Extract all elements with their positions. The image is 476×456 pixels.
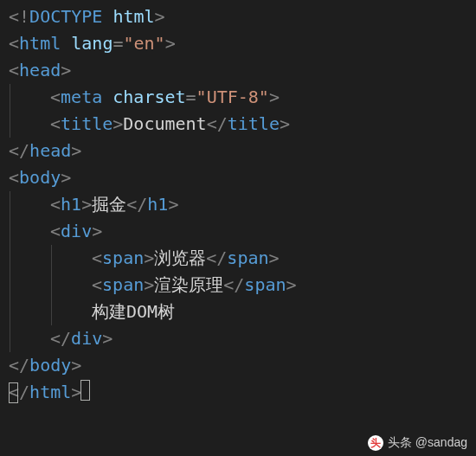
watermark: 头 头条 @sandag — [368, 435, 467, 451]
cursor — [9, 382, 18, 403]
code-line[interactable]: </html> — [0, 379, 476, 406]
code-line[interactable]: </head> — [0, 138, 476, 164]
code-line[interactable]: 构建DOM树 — [0, 299, 476, 325]
code-line[interactable]: </div> — [0, 325, 476, 352]
token-punct: > — [71, 355, 81, 376]
code-line[interactable]: <head> — [0, 57, 476, 84]
token-text: 渲染原理 — [154, 274, 223, 295]
token-tag: meta — [61, 87, 102, 107]
token-punct: > — [113, 113, 123, 134]
token-tag: html — [19, 33, 61, 54]
toutiao-logo-icon: 头 — [368, 435, 383, 451]
token-punct: > — [144, 274, 154, 295]
line-content: <head> — [9, 60, 71, 80]
code-line[interactable]: <span>浏览器</span> — [0, 245, 476, 272]
token-text: 掘金 — [92, 194, 126, 215]
line-content: <!DOCTYPE html> — [9, 6, 165, 27]
code-line[interactable]: <body> — [0, 164, 476, 191]
line-content: <div> — [9, 221, 102, 241]
token-punct: > — [269, 247, 280, 268]
code-line[interactable]: <span>渲染原理</span> — [0, 272, 476, 299]
code-line[interactable]: <!DOCTYPE html> — [0, 3, 476, 30]
token-tag: body — [29, 355, 71, 376]
token-tag: span — [102, 247, 144, 268]
code-line[interactable]: </body> — [0, 352, 476, 379]
token-text — [102, 6, 113, 27]
indent-guide — [51, 299, 52, 325]
token-punct: > — [92, 221, 102, 241]
indent-guide — [10, 218, 10, 245]
line-content: <html lang="en"> — [9, 33, 176, 54]
line-content: <meta charset="UTF-8"> — [9, 87, 280, 107]
token-punct: </ — [9, 355, 29, 376]
token-punct: < — [9, 33, 19, 54]
token-punct: > — [144, 247, 154, 268]
code-line[interactable]: <meta charset="UTF-8"> — [0, 84, 476, 111]
token-punct: > — [155, 6, 165, 27]
cursor — [80, 380, 90, 401]
indent-guide — [10, 84, 10, 111]
token-tag: span — [102, 274, 144, 295]
indent-guide — [10, 272, 10, 299]
token-punct: </ — [206, 247, 227, 268]
token-punct: > — [168, 194, 178, 215]
token-punct: > — [71, 140, 81, 161]
token-punct: <! — [9, 6, 29, 27]
token-punct: = — [113, 33, 123, 54]
token-tag: body — [19, 167, 61, 188]
code-line[interactable]: <title>Document</title> — [0, 111, 476, 138]
token-tag: div — [71, 328, 102, 349]
indent-guide — [10, 299, 10, 325]
token-punct: < — [92, 247, 102, 268]
token-punct: </ — [9, 140, 29, 161]
token-tag: span — [227, 247, 268, 268]
token-attr-value: "en" — [123, 33, 164, 54]
indent-guide — [51, 272, 52, 299]
token-punct: > — [269, 87, 280, 107]
watermark-text: 头条 @sandag — [388, 435, 467, 451]
token-text: 浏览器 — [154, 247, 206, 268]
line-content: <h1>掘金</h1> — [9, 194, 178, 215]
code-line[interactable]: <h1>掘金</h1> — [0, 191, 476, 218]
token-attr-name: charset — [113, 87, 185, 107]
code-line[interactable]: <html lang="en"> — [0, 30, 476, 57]
token-punct: < — [50, 221, 61, 241]
token-punct: > — [102, 328, 113, 349]
token-tag: h1 — [61, 194, 81, 215]
token-punct: < — [50, 113, 61, 134]
code-editor[interactable]: <!DOCTYPE html><html lang="en"><head><me… — [0, 0, 476, 409]
token-text: Document — [123, 113, 206, 134]
token-punct: > — [61, 60, 71, 80]
token-punct: > — [280, 113, 290, 134]
token-text — [61, 33, 71, 54]
token-punct: </ — [207, 113, 228, 134]
token-attr-value: "UTF-8" — [196, 87, 269, 107]
line-content: </body> — [9, 355, 81, 376]
line-content: 构建DOM树 — [9, 301, 175, 322]
token-tag: div — [61, 221, 92, 241]
token-punct: < — [9, 60, 19, 80]
line-content: <title>Document</title> — [9, 113, 290, 134]
indent-guide — [10, 111, 10, 138]
token-attr-name: html — [113, 6, 154, 27]
token-text: 构建DOM树 — [92, 301, 175, 322]
token-text — [102, 87, 113, 107]
token-punct: < — [9, 167, 19, 188]
token-punct: > — [61, 167, 71, 188]
token-punct: > — [286, 274, 297, 295]
code-line[interactable]: <div> — [0, 218, 476, 245]
indent-guide — [51, 245, 52, 272]
indent-guide — [10, 245, 10, 272]
token-punct: = — [186, 87, 196, 107]
line-content: <body> — [9, 167, 71, 188]
token-attr-name: lang — [71, 33, 113, 54]
token-tag: DOCTYPE — [29, 6, 102, 27]
token-punct: < — [50, 194, 61, 215]
indent-guide — [10, 191, 10, 218]
token-tag: html — [29, 382, 71, 402]
line-content: </head> — [9, 140, 81, 161]
token-punct: </ — [223, 274, 244, 295]
token-punct: < — [92, 274, 102, 295]
token-punct: < — [50, 87, 61, 107]
line-content: </div> — [9, 328, 113, 349]
